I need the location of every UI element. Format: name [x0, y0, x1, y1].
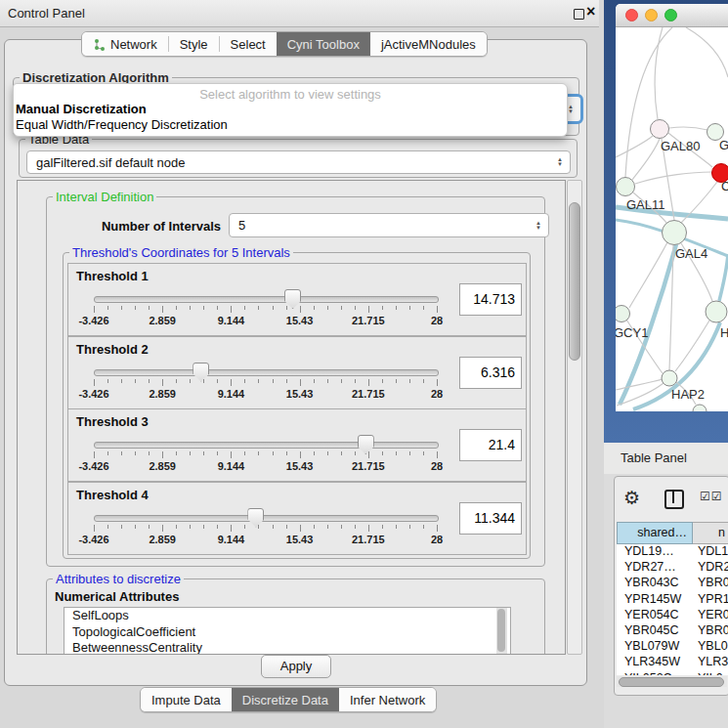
- minimize-window-icon[interactable]: [645, 9, 658, 21]
- zoom-window-icon[interactable]: [664, 9, 677, 21]
- network-node-label: GAL11: [626, 197, 665, 212]
- float-panel-icon[interactable]: [574, 9, 584, 20]
- dropdown-placeholder-option[interactable]: Select algorithm to view settings: [14, 87, 567, 102]
- node-gal4[interactable]: [663, 221, 687, 245]
- tab-cyni-toolbox-label: Cyni Toolbox: [287, 37, 360, 52]
- attribute-list-item[interactable]: TopologicalCoefficient: [64, 624, 510, 641]
- slider-tick-labels: -3.4262.8599.14415.4321.71528: [68, 315, 526, 328]
- threshold-panel: Threshold 4 -3.4262.8599.14415.4321.7152…: [67, 482, 527, 555]
- table-row[interactable]: YBL079WYBL0: [617, 639, 728, 655]
- number-of-intervals-combobox[interactable]: 5 ▲▼: [229, 213, 549, 237]
- network-edge[interactable]: [669, 127, 707, 130]
- table-row[interactable]: YLR345WYLR3: [617, 655, 728, 670]
- network-node-label: C: [721, 179, 728, 193]
- tab-cyni-toolbox[interactable]: Cyni Toolbox: [277, 32, 370, 56]
- slider-track[interactable]: [94, 369, 439, 376]
- slider-tick-labels: -3.4262.8599.14415.4321.71528: [68, 534, 526, 547]
- table-row[interactable]: YER054CYER0: [617, 608, 728, 623]
- column-header-shared[interactable]: shared…: [617, 522, 693, 544]
- tab-style-label: Style: [180, 37, 208, 52]
- tab-impute-data[interactable]: Impute Data: [141, 688, 232, 711]
- tab-select-label: Select: [231, 37, 266, 52]
- threshold-value-field[interactable]: 21.4: [459, 429, 522, 461]
- algorithm-dropdown-popup: Select algorithm to view settings Manual…: [13, 83, 568, 137]
- node-right[interactable]: [706, 301, 727, 322]
- tab-infer-network[interactable]: Infer Network: [339, 688, 436, 711]
- vertical-scrollbar[interactable]: [567, 180, 582, 655]
- attributes-list-scrollbar[interactable]: [496, 608, 507, 654]
- network-edge[interactable]: [635, 172, 711, 184]
- slider-tick-labels: -3.4262.8599.14415.4321.71528: [68, 388, 526, 402]
- slider-track[interactable]: [94, 442, 439, 449]
- table-row[interactable]: YDL19…YDL1: [617, 544, 728, 560]
- select-checkboxes-icon[interactable]: ☑☑: [700, 490, 723, 503]
- node-hap2[interactable]: [662, 370, 677, 386]
- number-of-intervals-value: 5: [238, 214, 245, 236]
- table-row[interactable]: YPR145WYPR1: [617, 592, 728, 608]
- network-edge[interactable]: [616, 136, 653, 157]
- threshold-value-field[interactable]: 11.344: [459, 502, 522, 535]
- node-bottom[interactable]: [693, 405, 707, 411]
- network-edge[interactable]: [655, 27, 663, 119]
- tab-style[interactable]: Style: [169, 32, 219, 56]
- node-gal11[interactable]: [617, 178, 635, 196]
- network-node-label: GAL4: [675, 246, 707, 261]
- table-row[interactable]: YBR043CYBR0: [617, 576, 728, 591]
- horizontal-scrollbar-thumb[interactable]: [619, 677, 724, 687]
- table-row[interactable]: YIL052CYIL0: [617, 671, 728, 676]
- apply-button[interactable]: Apply: [261, 655, 331, 678]
- threshold-label: Threshold 2: [76, 342, 149, 357]
- gear-icon[interactable]: ⚙: [623, 487, 640, 509]
- dropdown-option-manual-discretization[interactable]: Manual Discretization: [16, 102, 147, 116]
- network-edge[interactable]: [719, 254, 728, 301]
- control-panel-title: Control Panel: [8, 0, 85, 26]
- tab-jactivemnodules-label: jActiveMNodules: [381, 37, 476, 52]
- table-panel-title: Table Panel: [621, 443, 687, 474]
- table-data-group: Table Data galFiltered.sif default node …: [19, 139, 578, 178]
- tab-impute-data-label: Impute Data: [151, 693, 221, 707]
- network-edge[interactable]: [625, 27, 672, 177]
- table-rows: YDL19…YDL1YDR27…YDR2YBR043CYBR0YPR145WYP…: [617, 544, 728, 675]
- slider-track[interactable]: [94, 515, 439, 522]
- tab-discretize-data[interactable]: Discretize Data: [232, 688, 339, 711]
- network-edge[interactable]: [632, 139, 660, 180]
- bottom-tabs: Impute Data Discretize Data Infer Networ…: [140, 687, 437, 712]
- control-panel-tabs: Network Style Select Cyni Toolbox jActiv…: [81, 31, 488, 57]
- tab-network-label: Network: [110, 37, 157, 52]
- combo-arrows-icon: ▲▼: [568, 105, 574, 114]
- network-node-label: GAL80: [661, 139, 700, 153]
- table-panel-titlebar: Table Panel: [604, 443, 728, 475]
- network-node-label: G: [719, 138, 728, 152]
- slider-track[interactable]: [94, 296, 439, 303]
- threshold-panel: Threshold 2 -3.4262.8599.14415.4321.7152…: [67, 336, 527, 409]
- threshold-value-field[interactable]: 6.316: [459, 357, 522, 389]
- cyni-toolbox-panel: Discretization Algorithm ▲▼ Select algor…: [4, 39, 587, 686]
- interval-definition-group-title: Interval Definition: [53, 190, 156, 204]
- tab-select[interactable]: Select: [220, 32, 277, 56]
- tab-jactivemnodules[interactable]: jActiveMNodules: [370, 32, 487, 56]
- threshold-value-field[interactable]: 14.713: [459, 283, 522, 316]
- table-row[interactable]: YDR27…YDR2: [617, 560, 728, 576]
- network-edge[interactable]: [686, 27, 728, 77]
- column-selector-icon[interactable]: [664, 490, 684, 509]
- vertical-scrollbar-thumb[interactable]: [569, 202, 580, 361]
- numerical-attributes-list[interactable]: SelfLoopsTopologicalCoefficientBetweenne…: [64, 607, 511, 655]
- node-gal80[interactable]: [651, 120, 669, 139]
- network-edge[interactable]: [675, 321, 709, 371]
- screenshot-root: Control Panel × Network Style Select Cyn…: [0, 0, 728, 728]
- table-row[interactable]: YBR045CYBR0: [617, 623, 728, 639]
- column-header-name[interactable]: n: [693, 522, 728, 544]
- network-window-titlebar[interactable]: [616, 4, 728, 27]
- network-window: GAL80GAL11GAL4GCY1HHAP2GC: [616, 4, 728, 411]
- close-panel-icon[interactable]: ×: [586, 3, 595, 21]
- attribute-list-item[interactable]: SelfLoops: [64, 608, 510, 624]
- attribute-list-item[interactable]: BetweennessCentrality: [64, 640, 510, 655]
- horizontal-scrollbar[interactable]: [617, 676, 727, 687]
- table-data-combobox[interactable]: galFiltered.sif default node ▲▼: [26, 150, 571, 174]
- tab-network[interactable]: Network: [82, 32, 168, 56]
- close-window-icon[interactable]: [625, 9, 638, 21]
- dropdown-option-equal-width-frequency[interactable]: Equal Width/Frequency Discretization: [16, 117, 228, 132]
- network-node-label: H: [720, 325, 728, 340]
- network-canvas[interactable]: GAL80GAL11GAL4GCY1HHAP2GC: [616, 27, 728, 411]
- node-gcy1[interactable]: [616, 306, 630, 322]
